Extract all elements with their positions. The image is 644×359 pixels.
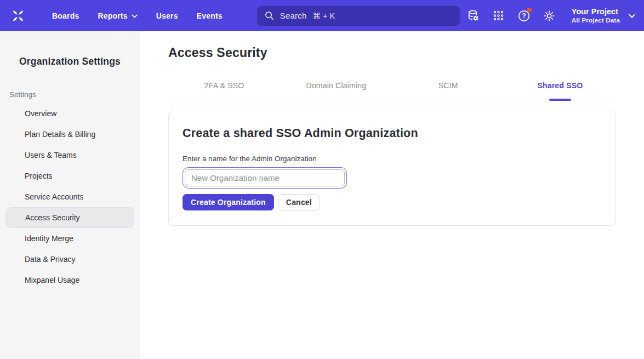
svg-text:?: ? bbox=[522, 12, 526, 20]
database-gear-icon bbox=[466, 9, 480, 22]
sidebar-item-data-privacy[interactable]: Data & Privacy bbox=[5, 249, 134, 270]
top-navigation-bar: Boards Reports Users Events Search ⌘ + K bbox=[0, 0, 644, 31]
project-info: Your Project All Project Data bbox=[572, 7, 620, 25]
form-actions: Create Organization Cancel bbox=[183, 194, 602, 210]
help-button[interactable]: ? bbox=[511, 0, 537, 31]
mixpanel-logo-icon[interactable] bbox=[9, 8, 27, 24]
data-management-button[interactable] bbox=[461, 0, 486, 31]
tab-label: SCIM bbox=[438, 81, 458, 90]
search-shortcut-hint: ⌘ + K bbox=[313, 12, 335, 20]
org-name-input[interactable] bbox=[185, 169, 345, 186]
create-organization-button[interactable]: Create Organization bbox=[183, 194, 274, 210]
search-icon bbox=[265, 11, 274, 20]
nav-item-label: Boards bbox=[52, 12, 79, 20]
tab-label: Shared SSO bbox=[537, 81, 583, 90]
nav-item-label: Reports bbox=[98, 12, 127, 20]
access-security-tabs: 2FA & SSO Domain Claiming SCIM Shared SS… bbox=[168, 81, 616, 100]
org-settings-sidebar: Organization Settings Settings Overview … bbox=[0, 31, 140, 359]
org-name-input-focus-ring bbox=[183, 167, 347, 189]
project-name: Your Project bbox=[572, 7, 618, 16]
topbar-actions: ? Your Project All Project Data bbox=[461, 0, 635, 31]
sidebar-item-users-teams[interactable]: Users & Teams bbox=[5, 145, 134, 166]
active-tab-indicator bbox=[549, 99, 571, 101]
sidebar-item-service-accounts[interactable]: Service Accounts bbox=[5, 186, 134, 207]
nav-item-label: Events bbox=[197, 12, 223, 20]
nav-item-label: Users bbox=[156, 12, 178, 20]
sidebar-title: Organization Settings bbox=[0, 56, 140, 67]
sidebar-item-identity-merge[interactable]: Identity Merge bbox=[5, 228, 134, 249]
page-title: Access Security bbox=[168, 45, 616, 60]
nav-item-reports[interactable]: Reports bbox=[88, 0, 146, 31]
chevron-down-icon bbox=[629, 14, 635, 18]
project-data-scope: All Project Data bbox=[572, 16, 620, 24]
org-name-label: Enter a name for the Admin Organization bbox=[183, 155, 602, 163]
nav-item-boards[interactable]: Boards bbox=[43, 0, 88, 31]
create-shared-sso-card: Create a shared SSO Admin Organization E… bbox=[168, 111, 616, 226]
tab-shared-sso[interactable]: Shared SSO bbox=[504, 81, 616, 100]
main-content: Access Security 2FA & SSO Domain Claimin… bbox=[140, 31, 644, 359]
tab-scim[interactable]: SCIM bbox=[392, 81, 504, 100]
tab-label: 2FA & SSO bbox=[204, 81, 244, 90]
sidebar-item-mixpanel-usage[interactable]: Mixpanel Usage bbox=[5, 270, 134, 290]
cancel-button[interactable]: Cancel bbox=[278, 194, 320, 210]
sidebar-item-plan-details-billing[interactable]: Plan Details & Billing bbox=[5, 124, 134, 145]
tab-label: Domain Claiming bbox=[306, 81, 367, 90]
grid-icon bbox=[493, 10, 504, 21]
tab-domain-claiming[interactable]: Domain Claiming bbox=[280, 81, 392, 100]
nav-item-events[interactable]: Events bbox=[187, 0, 232, 31]
sidebar-section-label: Settings bbox=[9, 90, 140, 99]
settings-button[interactable] bbox=[537, 0, 562, 31]
search-placeholder: Search bbox=[280, 11, 307, 20]
sidebar-item-overview[interactable]: Overview bbox=[5, 103, 134, 124]
tab-2fa-sso[interactable]: 2FA & SSO bbox=[168, 81, 280, 100]
sidebar-item-access-security[interactable]: Access Security bbox=[5, 207, 134, 228]
sidebar-item-projects[interactable]: Projects bbox=[5, 166, 134, 186]
primary-nav: Boards Reports Users Events bbox=[43, 0, 232, 31]
apps-grid-button[interactable] bbox=[486, 0, 511, 31]
nav-item-users[interactable]: Users bbox=[147, 0, 187, 31]
project-selector[interactable]: Your Project All Project Data bbox=[572, 7, 635, 25]
gear-icon bbox=[543, 9, 556, 22]
card-heading: Create a shared SSO Admin Organization bbox=[183, 127, 602, 140]
global-search-input[interactable]: Search ⌘ + K bbox=[257, 6, 460, 26]
content-shell: Organization Settings Settings Overview … bbox=[0, 31, 644, 359]
notification-dot bbox=[527, 8, 532, 13]
chevron-down-icon bbox=[132, 13, 138, 18]
